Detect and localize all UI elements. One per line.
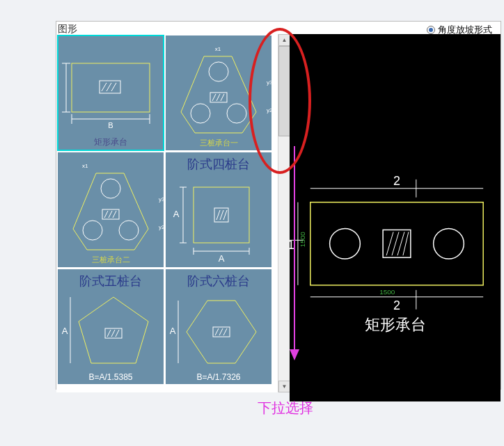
main-container: B 矩形承台 x1 y [56, 21, 501, 390]
shape-gallery-panel: B 矩形承台 x1 y [56, 34, 290, 392]
svg-text:x1: x1 [82, 163, 88, 169]
svg-line-19 [221, 94, 224, 101]
svg-line-58 [223, 328, 227, 335]
svg-line-57 [219, 328, 223, 335]
svg-text:1500: 1500 [299, 232, 306, 248]
shape-item-rect[interactable]: B 矩形承台 [58, 35, 164, 150]
scroll-up-button[interactable]: ▲ [278, 34, 290, 46]
svg-line-56 [215, 328, 219, 335]
shape-formula: B=A/1.7326 [166, 372, 271, 382]
svg-line-30 [113, 211, 116, 218]
svg-text:B: B [108, 121, 113, 129]
svg-line-2 [102, 83, 107, 91]
svg-marker-47 [79, 297, 148, 363]
shape-label: 三桩承台一 [166, 138, 271, 148]
svg-point-13 [209, 62, 228, 81]
scroll-down-button[interactable]: ▼ [278, 381, 290, 392]
svg-line-36 [216, 210, 220, 220]
svg-line-67 [397, 232, 404, 255]
svg-point-26 [119, 221, 139, 240]
svg-line-49 [107, 330, 111, 337]
svg-text:1500: 1500 [379, 288, 395, 296]
shape-thumb-step5: A [58, 269, 164, 384]
radio-icon[interactable] [427, 26, 435, 34]
shape-label: 三桩承台二 [58, 255, 164, 265]
svg-point-14 [191, 104, 210, 123]
svg-line-17 [212, 94, 216, 101]
shape-item-step4[interactable]: 阶式四桩台 A A [166, 152, 271, 267]
svg-text:A: A [173, 209, 180, 219]
shape-item-tri2[interactable]: x1 y3 y2 三桩承台二 [58, 152, 164, 267]
svg-point-24 [101, 179, 120, 198]
svg-text:y3: y3 [267, 79, 271, 86]
svg-text:A: A [219, 253, 225, 264]
svg-text:2: 2 [393, 298, 400, 312]
svg-line-4 [111, 83, 116, 91]
shape-thumb-tri2: x1 y3 y2 [58, 152, 164, 267]
preview-title: 矩形承台 [290, 314, 501, 335]
panel-title: 图形 [58, 23, 77, 35]
gallery-scrollbar[interactable]: ▲ ▼ [278, 34, 290, 392]
svg-line-51 [116, 330, 119, 337]
shape-thumb-step4: A A [166, 152, 271, 267]
svg-line-66 [392, 232, 399, 255]
preview-panel: 角度放坡形式 2 1 1500 2 1500 矩形承台 [290, 34, 501, 401]
svg-rect-61 [310, 202, 483, 285]
svg-line-50 [111, 330, 115, 337]
shape-gallery: B 矩形承台 x1 y [56, 34, 276, 385]
svg-text:A: A [62, 326, 68, 336]
svg-text:y2: y2 [159, 224, 164, 230]
svg-point-63 [434, 228, 464, 259]
svg-line-3 [107, 83, 111, 91]
scroll-thumb[interactable] [278, 46, 290, 136]
svg-text:y2: y2 [267, 107, 271, 113]
svg-rect-0 [72, 63, 150, 112]
svg-marker-23 [73, 173, 148, 250]
svg-line-38 [223, 210, 227, 220]
shape-item-step5[interactable]: 阶式五桩台 A B=A/1.5385 [58, 269, 164, 384]
preview-drawing: 2 1 1500 2 1500 [290, 34, 501, 401]
svg-text:2: 2 [393, 174, 400, 188]
shape-thumb-rect: B [58, 35, 164, 150]
svg-point-25 [83, 221, 102, 240]
svg-point-15 [227, 104, 246, 123]
annotation-text: 下拉选择 [258, 399, 313, 417]
svg-text:x1: x1 [215, 46, 221, 52]
shape-item-tri1[interactable]: x1 y3 y2 三桩承台一 [166, 35, 271, 150]
svg-line-28 [104, 211, 108, 218]
svg-line-68 [403, 232, 409, 255]
svg-line-29 [109, 211, 112, 218]
svg-marker-12 [181, 56, 256, 133]
svg-rect-1 [100, 81, 120, 93]
svg-line-65 [386, 232, 393, 255]
svg-line-18 [216, 94, 220, 101]
shape-item-step6[interactable]: 阶式六桩台 A B=A/1.7326 [166, 269, 271, 384]
shape-label: 矩形承台 [58, 136, 164, 148]
shape-thumb-tri1: x1 y3 y2 [166, 35, 271, 150]
svg-line-37 [220, 210, 223, 220]
shape-formula: B=A/1.5385 [58, 372, 164, 382]
shape-thumb-step6: A [166, 269, 271, 384]
svg-point-62 [330, 228, 361, 259]
svg-text:y3: y3 [159, 196, 164, 202]
svg-text:A: A [170, 326, 176, 336]
